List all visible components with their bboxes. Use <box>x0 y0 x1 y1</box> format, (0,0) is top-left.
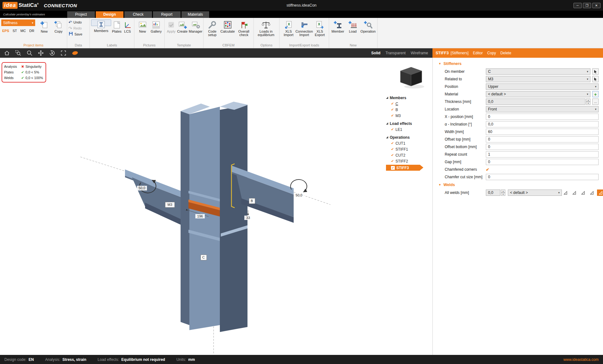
chevron-down-icon: ▾ <box>595 108 596 111</box>
calculate-button[interactable]: Calculate <box>220 19 236 34</box>
code-setup-button[interactable]: Code setup <box>205 19 220 38</box>
connection-import-button[interactable]: Connection Import <box>296 19 312 38</box>
template-manager-button[interactable]: Manager <box>188 19 203 34</box>
website-link[interactable]: www.ideastatica.com <box>563 357 599 362</box>
new-member-button[interactable]: Member <box>330 19 345 34</box>
weld-icon-1[interactable] <box>562 190 569 196</box>
tab-check[interactable]: Check <box>124 11 152 18</box>
panel-delete-button[interactable]: Delete <box>500 51 511 55</box>
weld-icon-2[interactable] <box>571 190 578 196</box>
new-project-item-button[interactable]: New <box>37 19 52 34</box>
input-value: 0,0 <box>488 122 493 126</box>
panel-copy-button[interactable]: Copy <box>487 51 496 55</box>
maximize-button[interactable]: ❐ <box>583 3 591 8</box>
tree-item-c[interactable]: ✔C <box>386 101 429 107</box>
checkbox-checked-icon[interactable]: ✔ <box>486 167 489 172</box>
tree-section-header-operations[interactable]: Operations <box>386 134 429 140</box>
view-mode-solid[interactable]: Solid <box>371 51 380 55</box>
tree-item-le1[interactable]: ✔LE1 <box>386 126 429 132</box>
prop-width-mm-input[interactable]: 60 <box>486 129 599 135</box>
viewport-3d[interactable]: 50,0 50,0 196 33 M3 B C Analysis✖Singula… <box>0 58 432 355</box>
prop-gap-mm-input[interactable]: 0 <box>486 159 599 165</box>
all-welds-input[interactable]: 0,0 <box>486 190 500 196</box>
tree-item-cut1[interactable]: ✔CUT1 <box>386 140 429 146</box>
orbit-icon[interactable] <box>49 50 55 56</box>
loads-in-equilibrium-button[interactable]: Loads in equilibrium <box>255 19 277 38</box>
prop-location-dropdown[interactable]: Front▾ <box>486 106 599 112</box>
tree-item-cut2[interactable]: ✔CUT2 <box>386 152 429 158</box>
close-button[interactable]: ✕ <box>592 3 600 8</box>
prop-inclination-input[interactable]: 0,0 <box>486 121 599 127</box>
spinner[interactable]: ▴▾ <box>586 99 590 105</box>
prop-chamfer-cut-size-mm-input[interactable]: 0 <box>486 174 599 180</box>
tree-section-header-members[interactable]: Members <box>386 95 429 101</box>
select-pointer-button[interactable] <box>592 68 599 75</box>
all-welds-spinner[interactable]: ▴▾ <box>501 190 505 196</box>
navigation-cube[interactable] <box>397 64 426 89</box>
save-button[interactable]: Save <box>68 31 82 37</box>
tab-report[interactable]: Report <box>153 11 181 18</box>
new-picture-button[interactable]: New <box>136 19 149 34</box>
zoom-icon[interactable] <box>26 50 33 56</box>
tab-project[interactable]: Project <box>67 11 95 18</box>
dropdown-value: Front <box>488 107 497 111</box>
home-view-icon[interactable] <box>4 50 10 56</box>
section-stiffeners[interactable]: ▼ Stiffeners <box>433 60 603 68</box>
prop-x-position-mm-input[interactable]: 0 <box>486 114 599 120</box>
mode-dr[interactable]: DR <box>29 29 34 33</box>
mode-mc[interactable]: MC <box>20 29 26 33</box>
xls-import-button[interactable]: X XLS Import <box>281 19 296 38</box>
xls-export-button[interactable]: X XLS Export <box>312 19 328 38</box>
tab-materials[interactable]: Materials <box>182 11 209 18</box>
copy-project-item-button[interactable]: Copy <box>52 19 66 34</box>
add-material-button[interactable]: + <box>592 91 599 97</box>
weld-icon-3[interactable] <box>579 190 587 196</box>
tree-item-m3[interactable]: ✔M3 <box>386 113 429 119</box>
gallery-button[interactable]: Gallery <box>149 19 163 34</box>
tree-item-stiff1[interactable]: ✔STIFF1 <box>386 146 429 152</box>
create-template-button[interactable]: Create <box>177 19 188 34</box>
tree-section-header-load-effects[interactable]: Load effects <box>386 120 429 126</box>
editor-button[interactable]: Editor <box>473 51 483 55</box>
column-member[interactable] <box>181 102 248 332</box>
prop-thickness-mm-input[interactable]: 0,0 <box>486 99 585 105</box>
new-operation-button[interactable]: Operation <box>360 19 376 34</box>
tab-design[interactable]: Design <box>96 11 123 18</box>
tree-item-stiff3[interactable]: ✔STIFF3 <box>386 165 420 171</box>
undo-button[interactable]: ↶ Undo <box>68 19 82 25</box>
section-welds[interactable]: ▼ Welds <box>433 181 603 189</box>
prop-on-member-dropdown[interactable]: C▾ <box>486 68 590 75</box>
lcs-labels-button[interactable]: LCS <box>122 19 133 34</box>
prop-offset-top-mm-input[interactable]: 0 <box>486 136 599 142</box>
beam-m3[interactable] <box>125 169 181 225</box>
view-mode-wireframe[interactable]: Wireframe <box>411 51 428 55</box>
prop-offset-bottom-mm-input[interactable]: 0 <box>486 144 599 150</box>
project-item-selector[interactable]: Stiffness ▾ <box>1 19 35 26</box>
zoom-fit-icon[interactable] <box>60 50 67 56</box>
mode-st[interactable]: ST <box>13 29 17 33</box>
new-load-button[interactable]: Load <box>345 19 361 34</box>
zoom-window-icon[interactable] <box>15 50 21 56</box>
more-options-button[interactable]: ... <box>592 99 599 105</box>
clay-view-icon[interactable] <box>72 50 79 56</box>
weld-material-dropdown[interactable]: < default >▾ <box>508 190 562 196</box>
overall-check-button[interactable]: Overall check <box>236 19 252 38</box>
minimize-button[interactable]: ─ <box>573 3 582 8</box>
status-items: Design code:ENAnalysis:Stress, strainLoa… <box>4 357 195 362</box>
apply-template-button[interactable]: Apply <box>166 19 177 34</box>
select-pointer-button[interactable] <box>592 76 599 82</box>
tree-item-stiff2[interactable]: ✔STIFF2 <box>386 158 429 164</box>
mode-eps[interactable]: EPS <box>2 29 9 33</box>
pan-icon[interactable] <box>38 50 44 56</box>
plates-labels-button[interactable]: Plates <box>111 19 122 34</box>
view-mode-transparent[interactable]: Transparent <box>385 51 405 55</box>
members-labels-button[interactable]: Members <box>91 19 111 26</box>
prop-repeat-count-input[interactable]: 1 <box>486 151 599 158</box>
tree-item-b[interactable]: ✔B <box>386 107 429 113</box>
prop-position-dropdown[interactable]: Upper▾ <box>486 83 599 90</box>
prop-related-to-dropdown[interactable]: M3▾ <box>486 76 590 82</box>
redo-button[interactable]: ↷ Redo <box>68 25 82 31</box>
weld-icon-active[interactable] <box>597 190 603 196</box>
prop-material-dropdown[interactable]: < default >▾ <box>486 91 590 97</box>
weld-icon-4[interactable] <box>588 190 595 196</box>
